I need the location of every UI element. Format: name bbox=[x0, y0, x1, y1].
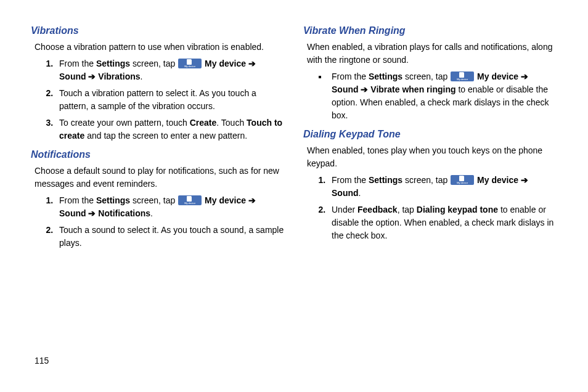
bold: Sound bbox=[59, 208, 86, 218]
bold: Settings bbox=[96, 195, 130, 205]
text: To create your own pattern, touch bbox=[59, 118, 190, 128]
page-columns: Vibrations Choose a vibration pattern to… bbox=[31, 18, 557, 253]
heading-notifications: Notifications bbox=[31, 147, 285, 162]
text: From the bbox=[332, 175, 369, 185]
bold: Sound bbox=[332, 84, 359, 94]
bold: My device bbox=[205, 195, 246, 205]
text: , tap bbox=[398, 205, 417, 214]
bold: Vibrate when ringing bbox=[370, 84, 455, 94]
step-3: To create your own pattern, touch Create… bbox=[55, 116, 285, 142]
left-column: Vibrations Choose a vibration pattern to… bbox=[31, 18, 285, 253]
my-device-icon: My device bbox=[178, 195, 202, 205]
intro-vibrate-ringing: When enabled, a vibration plays for call… bbox=[307, 41, 557, 67]
bold: Settings bbox=[96, 59, 130, 68]
intro-dialing-keypad: When enabled, tones play when you touch … bbox=[307, 144, 557, 170]
text: screen, tap bbox=[130, 195, 178, 205]
arrow-icon: ➔ bbox=[246, 195, 256, 205]
text: . Touch bbox=[216, 118, 247, 128]
bold: Sound bbox=[59, 71, 86, 81]
step-2: Under Feedback, tap Dialing keypad tone … bbox=[328, 203, 557, 242]
heading-dialing-keypad: Dialing Keypad Tone bbox=[303, 127, 557, 142]
text: From the bbox=[332, 71, 369, 81]
text: From the bbox=[59, 195, 96, 205]
steps-dialing-keypad: From the Settings screen, tap My device … bbox=[303, 174, 557, 242]
heading-vibrations: Vibrations bbox=[31, 23, 285, 38]
intro-notifications: Choose a default sound to play for notif… bbox=[35, 165, 285, 190]
text: and tap the screen to enter a new patter… bbox=[84, 131, 247, 141]
my-device-icon: My device bbox=[178, 59, 202, 68]
my-device-icon: My device bbox=[451, 175, 474, 185]
bold: Dialing keypad tone bbox=[417, 205, 498, 214]
bold: Settings bbox=[369, 175, 402, 185]
bold: My device bbox=[477, 175, 518, 185]
arrow-icon: ➔ bbox=[359, 84, 371, 94]
text: screen, tap bbox=[130, 59, 178, 68]
steps-notifications: From the Settings screen, tap My device … bbox=[31, 194, 285, 250]
step-2: Touch a vibration pattern to select it. … bbox=[55, 87, 285, 113]
arrow-icon: ➔ bbox=[518, 71, 528, 81]
step-1: From the Settings screen, tap My device … bbox=[55, 194, 285, 220]
bold: My device bbox=[477, 71, 518, 81]
arrow-icon: ➔ bbox=[86, 71, 99, 81]
text: From the bbox=[59, 59, 96, 68]
text: screen, tap bbox=[402, 71, 450, 81]
bullet-1: From the Settings screen, tap My device … bbox=[328, 70, 557, 122]
page-number: 115 bbox=[35, 354, 49, 367]
text: screen, tap bbox=[402, 175, 450, 185]
bold: Sound bbox=[332, 188, 359, 198]
arrow-icon: ➔ bbox=[86, 208, 99, 218]
text: . bbox=[359, 188, 361, 198]
bold: Vibrations bbox=[98, 71, 140, 81]
right-column: Vibrate When Ringing When enabled, a vib… bbox=[303, 18, 557, 253]
bullets-vibrate-ringing: From the Settings screen, tap My device … bbox=[303, 70, 557, 122]
steps-vibrations: From the Settings screen, tap My device … bbox=[31, 57, 285, 142]
bold: My device bbox=[205, 59, 246, 68]
heading-vibrate-ringing: Vibrate When Ringing bbox=[303, 23, 557, 38]
arrow-icon: ➔ bbox=[246, 59, 256, 68]
intro-vibrations: Choose a vibration pattern to use when v… bbox=[35, 41, 285, 54]
text: . bbox=[150, 208, 153, 218]
text: . bbox=[141, 71, 143, 81]
my-device-icon: My device bbox=[451, 71, 474, 81]
step-2: Touch a sound to select it. As you touch… bbox=[55, 224, 285, 250]
text: Under bbox=[332, 205, 357, 214]
bold: Notifications bbox=[98, 208, 150, 218]
step-1: From the Settings screen, tap My device … bbox=[328, 174, 557, 200]
arrow-icon: ➔ bbox=[518, 175, 528, 185]
step-1: From the Settings screen, tap My device … bbox=[55, 57, 285, 83]
bold: Feedback bbox=[357, 205, 398, 214]
bold: Create bbox=[190, 118, 217, 128]
bold: Settings bbox=[369, 71, 402, 81]
